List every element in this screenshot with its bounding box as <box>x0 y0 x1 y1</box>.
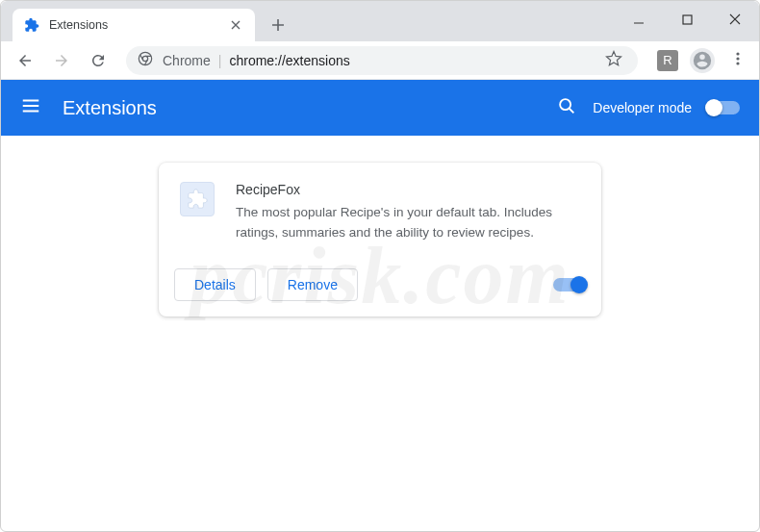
address-bar[interactable]: Chrome | chrome://extensions <box>126 46 638 75</box>
extensions-header: Extensions Developer mode <box>1 80 759 136</box>
extension-name: RecipeFox <box>236 182 580 197</box>
developer-mode-toggle[interactable] <box>707 101 740 114</box>
bookmark-star-icon[interactable] <box>605 50 626 71</box>
page-content: Extensions Developer mode RecipeFox The … <box>1 80 759 521</box>
tab-strip: Extensions <box>1 1 759 41</box>
svg-point-5 <box>736 62 739 64</box>
svg-point-3 <box>736 52 739 55</box>
close-icon[interactable] <box>228 17 243 33</box>
menu-icon[interactable] <box>20 95 41 120</box>
minimize-button[interactable] <box>632 13 646 26</box>
search-icon[interactable] <box>556 95 577 120</box>
profile-avatar-icon[interactable] <box>690 48 715 73</box>
svg-point-4 <box>736 57 739 60</box>
maximize-button[interactable] <box>680 13 694 26</box>
details-button[interactable]: Details <box>174 268 256 301</box>
page-title: Extensions <box>63 97 157 119</box>
tab-title: Extensions <box>49 18 218 32</box>
svg-point-6 <box>560 99 570 110</box>
tab-extensions[interactable]: Extensions <box>13 9 255 41</box>
chrome-icon <box>138 51 153 70</box>
omnibox-text: Chrome | chrome://extensions <box>163 53 350 68</box>
new-tab-button[interactable] <box>265 12 291 38</box>
extension-enable-toggle[interactable] <box>553 278 586 291</box>
kebab-menu-icon[interactable] <box>726 51 749 70</box>
extension-card: RecipeFox The most popular Recipe's in y… <box>159 163 601 317</box>
window-controls <box>632 13 759 41</box>
forward-button[interactable] <box>47 46 76 75</box>
remove-button[interactable]: Remove <box>267 268 358 301</box>
extension-description: The most popular Recipe's in your defaul… <box>236 203 580 243</box>
extension-badge[interactable]: R <box>657 50 678 71</box>
reload-button[interactable] <box>84 46 113 75</box>
svg-rect-0 <box>683 15 692 24</box>
extension-puzzle-icon <box>180 182 215 216</box>
developer-mode-label: Developer mode <box>593 100 692 115</box>
browser-toolbar: Chrome | chrome://extensions R <box>1 41 759 80</box>
window-close-button[interactable] <box>728 13 742 26</box>
back-button[interactable] <box>11 46 39 75</box>
puzzle-icon <box>24 17 39 33</box>
